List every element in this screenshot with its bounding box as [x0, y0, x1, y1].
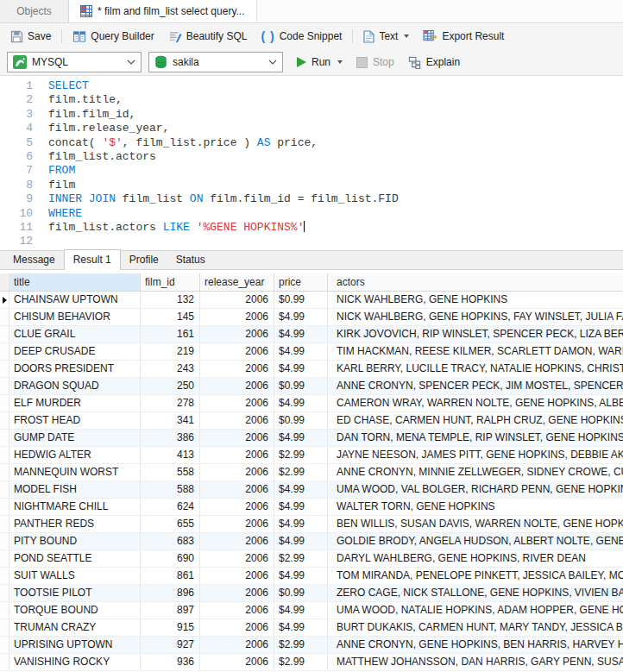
cell-film_id[interactable]: 161 [141, 326, 200, 342]
cell-title[interactable]: HEDWIG ALTER [9, 447, 141, 463]
cell-film_id[interactable]: 655 [141, 516, 200, 532]
cell-release_year[interactable]: 2006 [200, 430, 274, 446]
cell-release_year[interactable]: 2006 [200, 499, 274, 515]
column-header-title[interactable]: title [9, 273, 141, 291]
row-gutter-cell[interactable] [0, 619, 9, 636]
code-line[interactable]: 11film_list.actors LIKE '%GENE HOPKINS%' [0, 221, 623, 235]
cell-film_id[interactable]: 683 [141, 533, 200, 550]
cell-actors[interactable]: DARYL WAHLBERG, GENE HOPKINS, RIVER DEAN [328, 550, 623, 567]
cell-actors[interactable]: WALTER TORN, GENE HOPKINS [328, 499, 623, 515]
cell-price[interactable]: $0.99 [274, 585, 328, 601]
cell-title[interactable]: SUIT WALLS [9, 568, 141, 584]
column-header-actors[interactable]: actors [328, 273, 623, 291]
row-gutter-cell[interactable] [0, 654, 9, 670]
tab-profile[interactable]: Profile [121, 251, 167, 269]
tab-objects[interactable]: Objects [0, 0, 69, 22]
cell-actors[interactable]: JAYNE NEESON, JAMES PITT, GENE HOPKINS, … [328, 447, 623, 463]
code-line[interactable]: 5concat( '$', film_list.price ) AS price… [0, 136, 623, 150]
header-gutter-cell[interactable] [0, 273, 9, 291]
cell-film_id[interactable]: 278 [141, 395, 200, 411]
cell-film_id[interactable]: 386 [141, 430, 200, 446]
cell-film_id[interactable]: 588 [141, 481, 200, 498]
table-row[interactable]: ELF MURDER2782006$4.99CAMERON WRAY, WARR… [0, 395, 623, 412]
cell-release_year[interactable]: 2006 [200, 464, 274, 480]
cell-actors[interactable]: BURT DUKAKIS, CARMEN HUNT, MARY TANDY, J… [328, 619, 623, 636]
cell-title[interactable]: PITY BOUND [9, 533, 141, 550]
table-row[interactable]: DRAGON SQUAD2502006$0.99ANNE CRONYN, SPE… [0, 378, 623, 395]
stop-button[interactable]: Stop [349, 51, 401, 73]
cell-title[interactable]: PANTHER REDS [9, 516, 141, 532]
cell-film_id[interactable]: 558 [141, 464, 200, 480]
table-row[interactable]: CLUE GRAIL1612006$4.99KIRK JOVOVICH, RIP… [0, 326, 623, 343]
table-row[interactable]: CHISUM BEHAVIOR1452006$4.99NICK WAHLBERG… [0, 309, 623, 326]
cell-film_id[interactable]: 624 [141, 499, 200, 515]
code-line[interactable]: 6film_list.actors [0, 150, 623, 164]
connection-select[interactable]: MYSQL [7, 52, 142, 72]
cell-price[interactable]: $0.99 [274, 412, 328, 429]
cell-actors[interactable]: KARL BERRY, LUCILLE TRACY, NATALIE HOPKI… [328, 361, 623, 377]
cell-film_id[interactable]: 861 [141, 568, 200, 584]
cell-release_year[interactable]: 2006 [200, 585, 274, 601]
cell-title[interactable]: CHISUM BEHAVIOR [9, 309, 141, 325]
row-gutter-cell[interactable] [0, 516, 9, 532]
row-gutter-cell[interactable] [0, 533, 9, 550]
table-row[interactable]: CHAINSAW UPTOWN1322006$0.99NICK WAHLBERG… [0, 292, 623, 309]
cell-title[interactable]: GUMP DATE [9, 430, 141, 446]
cell-release_year[interactable]: 2006 [200, 361, 274, 377]
cell-release_year[interactable]: 2006 [200, 447, 274, 463]
cell-film_id[interactable]: 250 [141, 378, 200, 394]
cell-film_id[interactable]: 341 [141, 412, 200, 429]
cell-film_id[interactable]: 896 [141, 585, 200, 601]
column-header-film-id[interactable]: film_id [141, 273, 200, 291]
cell-film_id[interactable]: 413 [141, 447, 200, 463]
export-result-button[interactable]: Export Result [416, 25, 511, 47]
tab-status[interactable]: Status [167, 251, 214, 269]
cell-price[interactable]: $4.99 [274, 343, 328, 360]
table-row[interactable]: POND SEATTLE6902006$2.99DARYL WAHLBERG, … [0, 550, 623, 568]
cell-actors[interactable]: BEN WILLIS, SUSAN DAVIS, WARREN NOLTE, G… [328, 516, 623, 532]
cell-actors[interactable]: ANNE CRONYN, GENE HOPKINS, BEN HARRIS, H… [328, 637, 623, 653]
query-builder-button[interactable]: Query Builder [66, 25, 160, 47]
cell-actors[interactable]: ZERO CAGE, NICK STALLONE, GENE HOPKINS, … [328, 585, 623, 601]
cell-release_year[interactable]: 2006 [200, 654, 274, 670]
column-header-release-year[interactable]: release_year [200, 273, 274, 291]
row-gutter-cell[interactable] [0, 378, 9, 394]
table-row[interactable]: MODEL FISH5882006$4.99UMA WOOD, VAL BOLG… [0, 481, 623, 499]
cell-title[interactable]: MANNEQUIN WORST [9, 464, 141, 480]
row-gutter-cell[interactable] [0, 602, 9, 619]
cell-release_year[interactable]: 2006 [200, 378, 274, 394]
cell-price[interactable]: $4.99 [274, 516, 328, 532]
sql-editor[interactable]: 1SELECT2film.title,3film.film_id,4film.r… [0, 76, 623, 251]
cell-release_year[interactable]: 2006 [200, 568, 274, 584]
tab-query[interactable]: * film and film_list select query... [69, 0, 257, 22]
cell-actors[interactable]: UMA WOOD, NATALIE HOPKINS, ADAM HOPPER, … [328, 602, 623, 619]
cell-release_year[interactable]: 2006 [200, 395, 274, 411]
cell-price[interactable]: $4.99 [274, 430, 328, 446]
tab-result-1[interactable]: Result 1 [64, 249, 121, 270]
cell-title[interactable]: TORQUE BOUND [9, 602, 141, 619]
cell-title[interactable]: DRAGON SQUAD [9, 378, 141, 394]
code-line[interactable]: 7FROM [0, 164, 623, 178]
table-row[interactable]: PANTHER REDS6552006$4.99BEN WILLIS, SUSA… [0, 516, 623, 533]
cell-actors[interactable]: UMA WOOD, VAL BOLGER, RICHARD PENN, GENE… [328, 481, 623, 498]
row-gutter-cell[interactable] [0, 412, 9, 429]
text-view-button[interactable]: Text [356, 25, 416, 47]
cell-actors[interactable]: ED CHASE, CARMEN HUNT, RALPH CRUZ, GENE … [328, 412, 623, 429]
cell-actors[interactable]: CAMERON WRAY, WARREN NOLTE, GENE HOPKINS… [328, 395, 623, 411]
cell-title[interactable]: POND SEATTLE [9, 550, 141, 567]
cell-price[interactable]: $4.99 [274, 395, 328, 411]
cell-price[interactable]: $4.99 [274, 602, 328, 619]
cell-film_id[interactable]: 936 [141, 654, 200, 670]
cell-title[interactable]: ELF MURDER [9, 395, 141, 411]
row-gutter-cell[interactable] [0, 326, 9, 342]
row-gutter-cell[interactable] [0, 292, 9, 308]
cell-actors[interactable]: TIM HACKMAN, REESE KILMER, SCARLETT DAMO… [328, 343, 623, 360]
cell-actors[interactable]: MATTHEW JOHANSSON, DAN HARRIS, GARY PENN… [328, 654, 623, 670]
table-row[interactable]: TORQUE BOUND8972006$4.99UMA WOOD, NATALI… [0, 602, 623, 619]
cell-actors[interactable]: NICK WAHLBERG, GENE HOPKINS [328, 292, 623, 308]
table-row[interactable]: DOORS PRESIDENT2432006$4.99KARL BERRY, L… [0, 361, 623, 378]
cell-actors[interactable]: ANNE CRONYN, SPENCER PECK, JIM MOSTEL, S… [328, 378, 623, 394]
cell-title[interactable]: TRUMAN CRAZY [9, 619, 141, 636]
table-row[interactable]: TRUMAN CRAZY9152006$4.99BURT DUKAKIS, CA… [0, 619, 623, 637]
cell-release_year[interactable]: 2006 [200, 481, 274, 498]
